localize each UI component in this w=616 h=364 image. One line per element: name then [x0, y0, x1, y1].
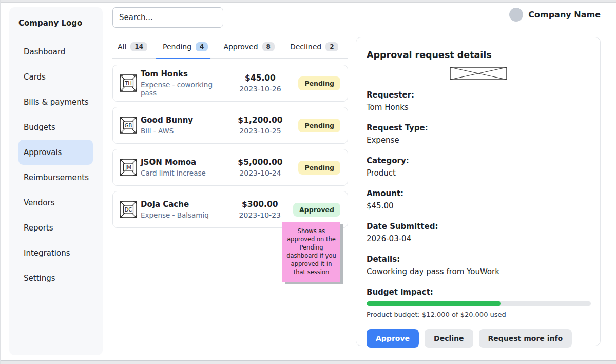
sidebar-item-label: Cards: [24, 72, 46, 82]
sidebar-item[interactable]: Bills & payments: [18, 89, 93, 114]
status-badge: Pending: [298, 161, 340, 175]
detail-field-label: Amount:: [367, 188, 590, 199]
detail-field: Category: Product: [367, 156, 590, 179]
app-window: Company Logo Dashboard Cards Bills & pay…: [0, 0, 616, 364]
account-widget[interactable]: Company Name: [509, 8, 601, 22]
detail-field: Request Type: Expense: [367, 123, 590, 146]
approval-request-list: TH Tom Honks Expense - coworking pass $4…: [112, 65, 348, 233]
action-button[interactable]: Request more info: [479, 329, 572, 348]
sidebar-item-label: Approvals: [24, 148, 62, 157]
request-subtitle: Expense - coworking pass: [141, 81, 227, 97]
sidebar-item-label: Reports: [24, 223, 53, 233]
detail-field-label: Requester:: [367, 90, 590, 101]
search-input[interactable]: [112, 7, 223, 28]
status-tab[interactable]: Declined 2: [290, 40, 338, 58]
tab-label: All: [118, 43, 126, 51]
sidebar-item[interactable]: Budgets: [18, 114, 93, 140]
tab-count-badge: 2: [325, 42, 338, 51]
request-date: 2023-10-25: [227, 127, 294, 135]
sidebar-item-label: Reimbursements: [24, 173, 89, 182]
detail-field-label: Request Type:: [367, 123, 590, 133]
requester-name: JSON Momoa: [141, 158, 227, 167]
detail-field-value: Expense: [367, 135, 590, 146]
requester-avatar-placeholder-icon: DC: [119, 200, 138, 219]
budget-caption: Product budget: $12,000 of $20,000 used: [367, 311, 590, 318]
action-button[interactable]: Decline: [425, 329, 473, 348]
sticky-note: Shows as approved on the Pending dashboa…: [282, 222, 340, 282]
request-date: 2023-10-23: [226, 211, 293, 219]
svg-text:GB: GB: [125, 123, 132, 128]
tab-label: Declined: [290, 43, 321, 51]
request-amount: $45.00: [227, 73, 294, 83]
detail-field-value: $45.00: [367, 200, 590, 212]
budget-impact: Budget impact: Product budget: $12,000 o…: [367, 288, 590, 318]
detail-field-label: Category:: [367, 156, 590, 166]
company-logo: Company Logo: [9, 18, 103, 28]
sidebar-item-label: Vendors: [24, 198, 55, 207]
budget-progress-fill: [367, 301, 501, 306]
sidebar: Company Logo Dashboard Cards Bills & pay…: [9, 7, 103, 355]
detail-field-value: Product: [367, 167, 590, 179]
status-badge: Pending: [298, 119, 340, 132]
sidebar-item[interactable]: Reimbursements: [18, 165, 93, 190]
sidebar-item-label: Budgets: [24, 123, 55, 132]
requester-name: Tom Honks: [141, 69, 227, 79]
status-tab[interactable]: All 14: [118, 40, 147, 58]
tab-label: Pending: [163, 43, 191, 51]
svg-text:TH: TH: [124, 81, 132, 86]
budget-impact-label: Budget impact:: [367, 288, 590, 297]
sidebar-item[interactable]: Cards: [18, 64, 93, 89]
sidebar-item[interactable]: Integrations: [18, 240, 93, 265]
status-badge: Pending: [298, 76, 340, 90]
request-subtitle: Bill - AWS: [141, 127, 227, 135]
status-tabs: All 14 Pending 4 Approved 8 Declined 2: [112, 40, 348, 59]
details-title: Approval request details: [367, 50, 590, 60]
detail-field: Details: Coworking day pass from YouWork: [367, 254, 590, 277]
request-date: 2023-10-26: [227, 85, 294, 93]
sidebar-item[interactable]: Reports: [18, 215, 93, 240]
approval-request-row[interactable]: TH Tom Honks Expense - coworking pass $4…: [112, 65, 348, 102]
detail-field: Amount: $45.00: [367, 188, 590, 212]
request-image-placeholder-icon: [450, 67, 507, 80]
budget-progress-bar: [367, 301, 591, 306]
tab-count-badge: 4: [196, 42, 208, 51]
requester-avatar-placeholder-icon: TH: [119, 74, 138, 92]
detail-field-value: 2026-03-04: [367, 233, 590, 244]
tab-count-badge: 8: [262, 42, 275, 51]
detail-field-value: Tom Honks: [367, 102, 590, 113]
requester-name: Doja Cache: [141, 200, 226, 209]
request-date: 2023-10-24: [227, 169, 294, 177]
details-fields: Requester: Tom Honks Request Type: Expen…: [367, 90, 590, 277]
approval-request-row[interactable]: JM JSON Momoa Card limit increase $5,000…: [112, 149, 348, 186]
status-tab[interactable]: Approved 8: [223, 40, 275, 58]
request-amount: $300.00: [226, 200, 293, 209]
detail-field: Date Submitted: 2026-03-04: [367, 221, 590, 244]
sidebar-item[interactable]: Approvals: [18, 140, 93, 165]
requester-name: Good Bunny: [141, 116, 227, 125]
approval-request-row[interactable]: GB Good Bunny Bill - AWS $1,200.00 2023-…: [112, 107, 348, 144]
detail-field: Requester: Tom Honks: [367, 90, 590, 113]
company-avatar-icon: [509, 8, 523, 22]
detail-field-label: Details:: [367, 254, 590, 265]
sidebar-item-label: Dashboard: [24, 47, 65, 56]
action-buttons: Approve Decline Request more info: [367, 329, 590, 348]
status-badge: Approved: [293, 203, 340, 217]
company-name: Company Name: [528, 10, 601, 20]
sidebar-item-label: Bills & payments: [24, 98, 88, 107]
svg-text:DC: DC: [125, 207, 132, 213]
window-bottom-edge: [1, 360, 616, 364]
sidebar-item[interactable]: Dashboard: [18, 39, 93, 64]
tab-count-badge: 14: [130, 42, 147, 51]
request-amount: $5,000.00: [227, 158, 294, 167]
request-subtitle: Card limit increase: [141, 169, 227, 177]
status-tab[interactable]: Pending 4: [163, 40, 208, 58]
sidebar-item[interactable]: Settings: [18, 265, 93, 291]
sidebar-item-label: Integrations: [24, 248, 70, 258]
detail-field-value: Coworking day pass from YouWork: [367, 266, 590, 277]
detail-field-label: Date Submitted:: [367, 221, 590, 232]
request-amount: $1,200.00: [227, 116, 294, 125]
action-button[interactable]: Approve: [367, 329, 419, 348]
sidebar-nav: Dashboard Cards Bills & payments Budgets…: [9, 39, 103, 291]
sidebar-item[interactable]: Vendors: [18, 190, 93, 215]
sidebar-item-label: Settings: [24, 274, 55, 283]
